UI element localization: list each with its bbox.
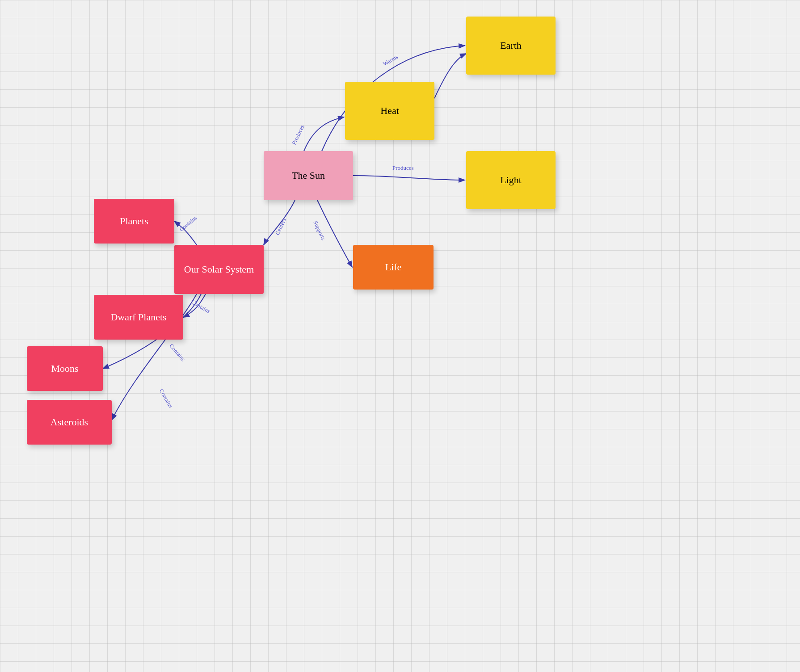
node-life-label: Life xyxy=(385,261,402,273)
svg-text:Warms: Warms xyxy=(0,195,18,209)
node-heat[interactable]: Heat xyxy=(345,82,434,140)
label-produces-light: Produces xyxy=(392,164,414,171)
node-life[interactable]: Life xyxy=(353,245,434,290)
label-centers: Centers xyxy=(274,217,287,236)
node-earth-label: Earth xyxy=(500,40,522,51)
node-planets-label: Planets xyxy=(120,215,148,227)
node-heat-label: Heat xyxy=(380,105,399,117)
label-produces-heat: Produces xyxy=(291,124,306,146)
node-sun[interactable]: The Sun xyxy=(264,151,353,200)
node-light-label: Light xyxy=(500,174,522,186)
node-asteroids-label: Asteroids xyxy=(51,416,88,428)
label-warms: Warms xyxy=(382,53,399,67)
label-contains-planets: Contains xyxy=(178,214,198,233)
node-sun-label: The Sun xyxy=(292,170,325,181)
label-supports: Supports xyxy=(312,220,327,241)
node-solar-system[interactable]: Our Solar System xyxy=(174,245,264,294)
node-solar-system-label: Our Solar System xyxy=(184,264,254,275)
label-contains-moons: Contains xyxy=(168,342,186,362)
label-contains-dwarf: Contains xyxy=(190,298,212,315)
node-earth[interactable]: Earth xyxy=(466,17,556,75)
node-moons-label: Moons xyxy=(51,363,78,374)
node-dwarf-planets-label: Dwarf Planets xyxy=(110,311,166,323)
node-planets[interactable]: Planets xyxy=(94,199,174,244)
label-contains-asteroids: Contains xyxy=(158,388,174,409)
node-dwarf-planets[interactable]: Dwarf Planets xyxy=(94,295,183,340)
node-asteroids[interactable]: Asteroids xyxy=(27,400,112,445)
node-moons[interactable]: Moons xyxy=(27,346,103,391)
node-light[interactable]: Light xyxy=(466,151,556,209)
